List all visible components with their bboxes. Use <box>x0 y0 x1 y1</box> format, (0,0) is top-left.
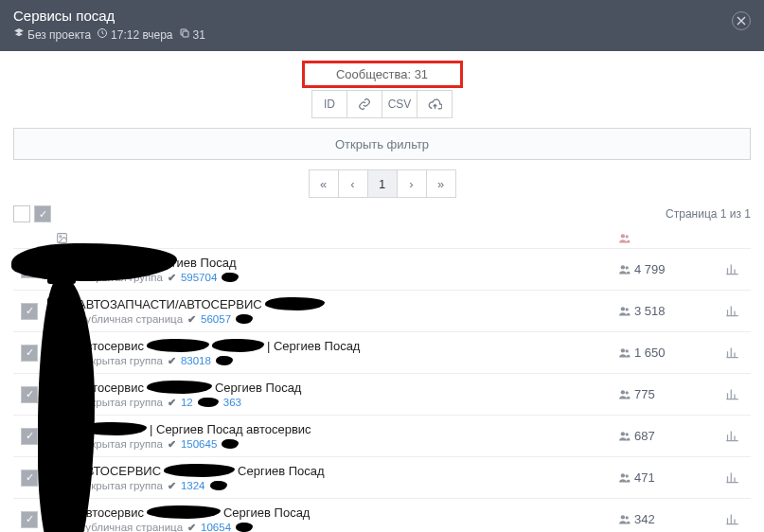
stats-button[interactable] <box>713 262 751 276</box>
svg-point-16 <box>621 473 625 477</box>
vk-icon: ✔ <box>168 397 176 409</box>
svg-point-11 <box>626 349 629 352</box>
members-count: 775 <box>618 387 713 401</box>
stats-button[interactable] <box>713 387 751 401</box>
svg-point-5 <box>626 235 629 238</box>
row-subtitle: Публичная страница ✔ 56057 <box>78 313 618 326</box>
stats-button[interactable] <box>713 512 751 526</box>
svg-point-13 <box>626 391 629 394</box>
vk-icon: ✔ <box>168 355 176 367</box>
select-row: ✓ Страница 1 из 1 <box>13 205 751 222</box>
members-count: 342 <box>618 512 713 526</box>
members-count: 1 650 <box>618 346 713 360</box>
link-icon <box>358 98 371 111</box>
avatar <box>47 422 76 451</box>
row-subtitle: Открытая группа ✔ 12363 <box>78 397 618 409</box>
close-icon <box>737 16 746 26</box>
stats-button[interactable] <box>713 470 751 485</box>
row-title[interactable]: АвтосервисСергиев Посад <box>78 381 618 395</box>
head-image-icon <box>45 232 78 244</box>
pager-first[interactable]: « <box>309 169 339 198</box>
communities-count: Сообщества: 31 <box>302 61 463 88</box>
page-title: Сервисы посад <box>13 8 751 24</box>
row-title[interactable]: АвтосервисСергиев Посад <box>78 505 618 520</box>
close-button[interactable] <box>732 11 751 30</box>
avatar <box>47 505 76 533</box>
table-row: ✓ Автосервис| Сергиев Посад Открытая гру… <box>13 332 751 374</box>
avatar <box>47 339 76 367</box>
table-head <box>13 228 751 249</box>
open-filter-button[interactable]: Открыть фильтр <box>13 128 751 160</box>
stack-icon <box>13 27 25 42</box>
row-subtitle: Открытая группа ✔ 595704 <box>78 272 618 284</box>
vk-icon: ✔ <box>168 480 176 492</box>
page-indicator: Страница 1 из 1 <box>666 207 751 221</box>
pager-prev[interactable]: ‹ <box>338 169 368 198</box>
export-buttons: ID CSV <box>13 90 751 118</box>
row-title[interactable]: Сергиев Посад <box>78 256 618 270</box>
svg-point-14 <box>621 432 625 435</box>
row-title[interactable]: Автосервис| Сергиев Посад <box>78 339 618 353</box>
vk-icon: ✔ <box>187 522 196 533</box>
stats-button[interactable] <box>713 429 751 443</box>
row-checkbox[interactable]: ✓ <box>21 345 38 362</box>
row-title[interactable]: АВТОЗАПЧАСТИ/АВТОСЕРВИС <box>78 297 618 311</box>
stats-button[interactable] <box>713 346 751 360</box>
app-header: Сервисы посад Без проекта 17:12 вчера 31 <box>0 0 764 51</box>
results-table: ✓ Сергиев Посад Открытая группа ✔ 595704… <box>13 228 751 532</box>
members-count: 687 <box>618 429 713 443</box>
pager: « ‹ 1 › » <box>13 169 751 198</box>
table-row: ✓ АВТОЗАПЧАСТИ/АВТОСЕРВИС Публичная стра… <box>13 291 751 332</box>
members-count: 471 <box>618 470 713 485</box>
row-title[interactable]: АВТОСЕРВИССергиев Посад <box>78 464 618 478</box>
row-subtitle: Открытая группа ✔ 150645 <box>78 438 618 451</box>
svg-point-9 <box>626 308 629 310</box>
svg-point-6 <box>621 265 625 269</box>
head-members-icon <box>618 232 713 244</box>
avatar <box>47 256 76 284</box>
svg-point-3 <box>59 236 61 238</box>
export-link-button[interactable] <box>346 90 382 118</box>
export-csv-button[interactable]: CSV <box>382 90 418 118</box>
project-chip[interactable]: Без проекта <box>13 27 91 42</box>
row-checkbox[interactable]: ✓ <box>21 428 38 445</box>
svg-point-15 <box>626 433 629 435</box>
vk-icon: ✔ <box>168 438 176 451</box>
row-subtitle: Открытая группа ✔ 1324 <box>78 480 618 492</box>
export-id-button[interactable]: ID <box>311 90 347 118</box>
copy-icon <box>179 27 190 42</box>
table-row: ✓ Сергиев Посад Открытая группа ✔ 595704… <box>13 249 751 291</box>
svg-point-4 <box>621 234 625 238</box>
pager-page-1[interactable]: 1 <box>367 169 398 198</box>
row-checkbox[interactable]: ✓ <box>21 511 38 528</box>
stats-button[interactable] <box>713 304 751 318</box>
pager-last[interactable]: » <box>426 169 456 198</box>
row-checkbox[interactable]: ✓ <box>21 303 38 320</box>
pager-next[interactable]: › <box>397 169 427 198</box>
row-checkbox[interactable]: ✓ <box>21 470 38 487</box>
row-subtitle: Публичная страница ✔ 10654 <box>78 522 618 533</box>
export-cloud-button[interactable] <box>417 90 453 118</box>
table-row: ✓ АВТОСЕРВИССергиев Посад Открытая групп… <box>13 457 751 499</box>
main-area: Сообщества: 31 ID CSV Открыть фильтр « ‹… <box>0 51 764 532</box>
row-subtitle: Открытая группа ✔ 83018 <box>78 355 618 367</box>
members-count: 3 518 <box>618 304 713 318</box>
vk-icon: ✔ <box>168 272 176 284</box>
time-chip: 17:12 вчера <box>97 27 172 42</box>
svg-point-18 <box>621 515 625 519</box>
avatar <box>47 297 76 326</box>
header-meta: Без проекта 17:12 вчера 31 <box>13 27 751 42</box>
clock-icon <box>97 27 108 42</box>
svg-point-19 <box>626 516 629 519</box>
members-count: 4 799 <box>618 262 713 276</box>
vk-icon: ✔ <box>187 313 196 326</box>
row-title[interactable]: | Сергиев Посад автосервис <box>78 422 618 436</box>
row-checkbox[interactable]: ✓ <box>21 386 38 403</box>
svg-rect-1 <box>183 31 188 37</box>
select-all-checkbox[interactable] <box>13 205 30 222</box>
select-page-checkbox[interactable]: ✓ <box>34 205 51 222</box>
table-row: ✓ АвтосервисСергиев Посад Открытая групп… <box>13 374 751 416</box>
svg-point-7 <box>626 266 629 269</box>
count-chip: 31 <box>179 27 205 42</box>
row-checkbox[interactable]: ✓ <box>21 261 38 278</box>
